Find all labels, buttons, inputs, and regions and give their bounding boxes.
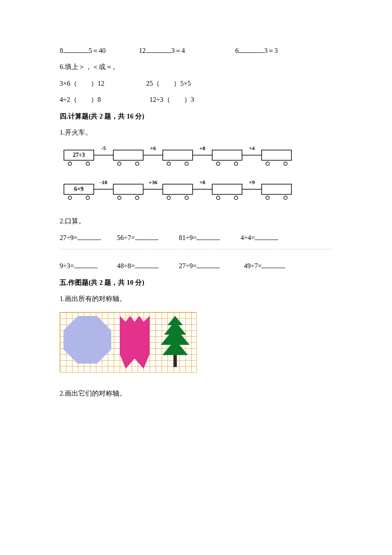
calc-r2-3: 27÷9= [179,262,197,269]
calc-r1-2-blank[interactable] [135,233,159,240]
svg-point-46 [266,196,269,199]
section5-heading: 五.作图题(共 2 题，共 10 分) [60,275,332,291]
svg-point-42 [234,196,238,199]
q6-r1a[interactable]: 3×6（ ）12 [60,80,104,87]
calc-row1: 27÷9= 56÷7= 81÷9= 4÷4= [60,230,332,246]
svg-point-26 [86,196,89,199]
svg-text:×6: ×6 [150,145,156,151]
svg-rect-40 [212,184,242,194]
q5b-left: 12 [139,47,146,54]
q5c-left: 6 [235,47,239,54]
svg-rect-21 [262,150,291,160]
svg-point-25 [68,196,72,199]
svg-text:27÷3: 27÷3 [73,152,85,158]
tree-shape-icon [158,316,192,370]
calc-r2-2: 48÷8= [117,262,135,269]
svg-text:6×9: 6×9 [74,186,84,192]
q6-r1b[interactable]: 25（ ）5×5 [146,80,191,87]
svg-text:+8: +8 [199,145,205,151]
svg-point-32 [135,196,139,199]
section4-heading: 四.计算题(共 2 题，共 16 分) [60,108,332,124]
q5c-blank[interactable] [239,46,264,53]
q6-prompt: 6.填上＞，＜或＝。 [60,59,332,75]
svg-rect-30 [113,184,143,194]
svg-point-36 [167,196,170,199]
svg-point-37 [185,196,188,199]
calc-r2-1-blank[interactable] [74,261,98,268]
svg-point-12 [167,162,170,165]
s4-q1: 1.开火车。 [60,124,332,141]
svg-point-1 [68,162,72,165]
calc-r2-3-blank[interactable] [196,261,220,268]
svg-text:+36: +36 [149,179,158,185]
svg-point-2 [86,162,89,165]
svg-point-8 [135,162,139,165]
calc-r1-4: 4÷4= [240,234,255,241]
q5a-blank[interactable] [63,46,89,53]
svg-text:÷8: ÷8 [199,179,205,185]
worksheet-page: 85＝40 123＝4 63＝3 6.填上＞，＜或＝。 3×6（ ）12 25（… [0,0,392,428]
calc-row2: 9÷3= 48÷8= 27÷9= 49÷7= [60,258,332,274]
svg-rect-45 [262,184,291,194]
q5-operator-row: 85＝40 123＝4 63＝3 [60,43,332,59]
tulip-shape-icon [120,316,150,369]
s4-q2: 2.口算。 [60,213,332,229]
svg-point-22 [266,162,269,165]
svg-text:-18: -18 [100,179,107,185]
svg-text:÷4: ÷4 [249,145,255,151]
calc-r1-3-blank[interactable] [196,233,220,240]
svg-rect-6 [113,150,143,160]
train1-figure: 27÷3-5×6+8÷4 [60,145,324,171]
svg-rect-35 [163,184,193,194]
svg-text:-5: -5 [101,145,106,151]
svg-rect-16 [212,150,242,160]
svg-point-17 [216,162,220,165]
q5c-right: 3＝3 [264,47,278,54]
q5a-right: 5＝40 [89,47,106,54]
svg-rect-50 [173,355,177,367]
calc-r1-3: 81÷9= [179,234,197,241]
calc-r2-4: 49÷7= [244,262,262,269]
octagon-shape-icon [63,316,111,364]
q6-row1: 3×6（ ）12 25（ ）5×5 [60,75,332,92]
symmetry-grid-figure [60,312,197,373]
svg-point-31 [118,196,121,199]
s5-q2: 2.画出它们的对称轴。 [60,385,332,402]
q6-row2: 4÷2（ ）8 12÷3（ ）3 [60,92,332,108]
svg-rect-11 [163,150,193,160]
svg-point-7 [118,162,121,165]
svg-marker-49 [161,316,190,355]
svg-point-18 [234,162,238,165]
calc-r2-1: 9÷3= [60,262,74,269]
svg-marker-48 [120,316,150,369]
svg-text:×9: ×9 [249,179,255,185]
train2-figure: 6×9-18+36÷8×9 [60,179,324,205]
q5b-right: 3＝4 [171,47,185,54]
calc-r1-4-blank[interactable] [255,233,278,240]
svg-point-47 [284,196,287,199]
svg-point-23 [284,162,287,165]
q6-r2b[interactable]: 12÷3（ ）3 [150,96,194,103]
svg-point-13 [185,162,188,165]
svg-point-41 [216,196,220,199]
q6-r2a[interactable]: 4÷2（ ）8 [60,96,101,103]
q5b-blank[interactable] [146,46,171,53]
calc-r2-2-blank[interactable] [135,261,159,268]
q5a-left: 8 [60,47,63,54]
calc-r1-1-blank[interactable] [78,233,101,240]
s5-q1: 1.画出所有的对称轴。 [60,291,332,307]
calc-r2-4-blank[interactable] [262,261,285,268]
calc-r1-1: 27÷9= [60,234,78,241]
calc-r1-2: 56÷7= [117,234,135,241]
